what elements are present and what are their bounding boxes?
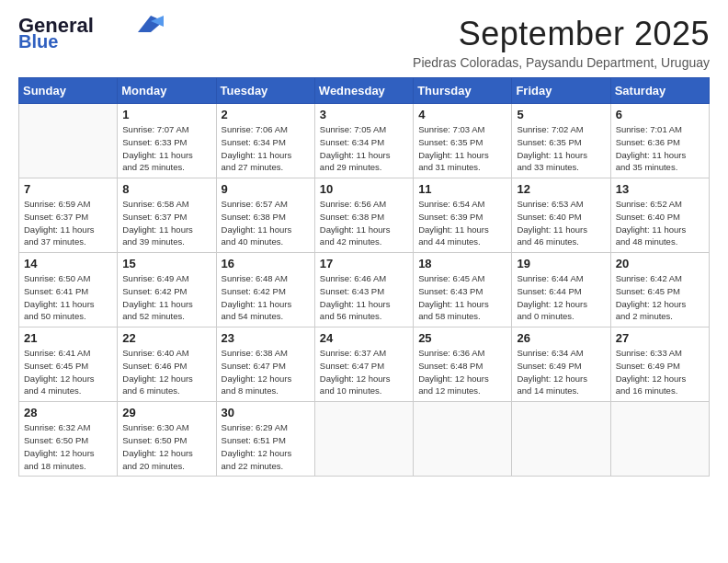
day-info: Sunrise: 6:57 AM Sunset: 6:38 PM Dayligh…: [222, 198, 310, 248]
day-info: Sunrise: 6:48 AM Sunset: 6:42 PM Dayligh…: [222, 272, 310, 323]
calendar-cell: 5Sunrise: 7:02 AM Sunset: 6:35 PM Daylig…: [512, 104, 610, 178]
day-info: Sunrise: 7:05 AM Sunset: 6:34 PM Dayligh…: [320, 123, 408, 174]
calendar-cell: 15Sunrise: 6:49 AM Sunset: 6:42 PM Dayli…: [118, 253, 216, 327]
calendar-cell: 18Sunrise: 6:45 AM Sunset: 6:43 PM Dayli…: [414, 253, 512, 327]
calendar-cell: 28Sunrise: 6:32 AM Sunset: 6:50 PM Dayli…: [19, 402, 118, 477]
day-number: 24: [320, 331, 408, 345]
day-number: 2: [222, 108, 310, 121]
calendar-cell: 13Sunrise: 6:52 AM Sunset: 6:40 PM Dayli…: [610, 178, 709, 253]
day-info: Sunrise: 7:02 AM Sunset: 6:35 PM Dayligh…: [517, 123, 605, 174]
calendar-cell: 6Sunrise: 7:01 AM Sunset: 6:36 PM Daylig…: [610, 104, 709, 178]
day-number: 13: [616, 182, 704, 196]
calendar-cell: 8Sunrise: 6:58 AM Sunset: 6:37 PM Daylig…: [118, 178, 216, 253]
day-info: Sunrise: 6:52 AM Sunset: 6:40 PM Dayligh…: [616, 198, 704, 248]
calendar-cell: 9Sunrise: 6:57 AM Sunset: 6:38 PM Daylig…: [216, 178, 314, 253]
day-info: Sunrise: 7:01 AM Sunset: 6:36 PM Dayligh…: [616, 123, 704, 174]
day-number: 29: [122, 406, 210, 419]
calendar-cell: [512, 402, 610, 477]
day-number: 5: [517, 108, 605, 121]
location-subtitle: Piedras Coloradas, Paysandu Department, …: [413, 55, 710, 70]
calendar-cell: 1Sunrise: 7:07 AM Sunset: 6:33 PM Daylig…: [118, 104, 216, 178]
calendar-cell: 21Sunrise: 6:41 AM Sunset: 6:45 PM Dayli…: [19, 327, 118, 402]
weekday-header: Saturday: [610, 78, 709, 104]
day-number: 11: [418, 182, 506, 196]
calendar-cell: 29Sunrise: 6:30 AM Sunset: 6:50 PM Dayli…: [118, 402, 216, 477]
calendar-week-row: 1Sunrise: 7:07 AM Sunset: 6:33 PM Daylig…: [19, 104, 710, 178]
day-info: Sunrise: 7:07 AM Sunset: 6:33 PM Dayligh…: [122, 123, 210, 174]
day-number: 28: [24, 406, 112, 419]
calendar-cell: [19, 104, 118, 178]
calendar-cell: 16Sunrise: 6:48 AM Sunset: 6:42 PM Dayli…: [216, 253, 314, 327]
day-number: 25: [418, 331, 506, 345]
day-number: 8: [122, 182, 210, 196]
calendar-week-row: 14Sunrise: 6:50 AM Sunset: 6:41 PM Dayli…: [19, 253, 710, 327]
calendar-cell: 14Sunrise: 6:50 AM Sunset: 6:41 PM Dayli…: [19, 253, 118, 327]
day-number: 4: [418, 108, 506, 121]
day-info: Sunrise: 6:34 AM Sunset: 6:49 PM Dayligh…: [517, 347, 605, 397]
day-info: Sunrise: 6:37 AM Sunset: 6:47 PM Dayligh…: [320, 347, 408, 397]
month-title: September 2025: [413, 15, 710, 53]
day-number: 30: [222, 406, 310, 419]
page-header: General Blue September 2025 Piedras Colo…: [18, 15, 710, 70]
day-number: 21: [24, 331, 112, 345]
calendar-cell: 10Sunrise: 6:56 AM Sunset: 6:38 PM Dayli…: [314, 178, 413, 253]
title-block: September 2025 Piedras Coloradas, Paysan…: [413, 15, 710, 70]
day-info: Sunrise: 6:45 AM Sunset: 6:43 PM Dayligh…: [418, 272, 506, 323]
day-number: 26: [517, 331, 605, 345]
day-number: 17: [320, 257, 408, 270]
calendar-cell: 22Sunrise: 6:40 AM Sunset: 6:46 PM Dayli…: [118, 327, 216, 402]
day-number: 3: [320, 108, 408, 121]
calendar-cell: 27Sunrise: 6:33 AM Sunset: 6:49 PM Dayli…: [610, 327, 709, 402]
calendar-cell: [314, 402, 413, 477]
logo: General Blue: [18, 15, 164, 52]
day-info: Sunrise: 6:30 AM Sunset: 6:50 PM Dayligh…: [122, 421, 210, 472]
calendar-cell: 24Sunrise: 6:37 AM Sunset: 6:47 PM Dayli…: [314, 327, 413, 402]
calendar-cell: 30Sunrise: 6:29 AM Sunset: 6:51 PM Dayli…: [216, 402, 314, 477]
calendar-cell: 19Sunrise: 6:44 AM Sunset: 6:44 PM Dayli…: [512, 253, 610, 327]
day-info: Sunrise: 6:46 AM Sunset: 6:43 PM Dayligh…: [320, 272, 408, 323]
day-number: 16: [222, 257, 310, 270]
weekday-header: Tuesday: [216, 78, 314, 104]
weekday-header: Monday: [118, 78, 216, 104]
day-info: Sunrise: 6:32 AM Sunset: 6:50 PM Dayligh…: [24, 421, 112, 472]
calendar-cell: 17Sunrise: 6:46 AM Sunset: 6:43 PM Dayli…: [314, 253, 413, 327]
day-number: 7: [24, 182, 112, 196]
calendar-cell: 20Sunrise: 6:42 AM Sunset: 6:45 PM Dayli…: [610, 253, 709, 327]
day-number: 10: [320, 182, 408, 196]
day-info: Sunrise: 6:53 AM Sunset: 6:40 PM Dayligh…: [517, 198, 605, 248]
day-info: Sunrise: 6:42 AM Sunset: 6:45 PM Dayligh…: [616, 272, 704, 323]
day-info: Sunrise: 6:44 AM Sunset: 6:44 PM Dayligh…: [517, 272, 605, 323]
calendar-cell: 23Sunrise: 6:38 AM Sunset: 6:47 PM Dayli…: [216, 327, 314, 402]
day-number: 12: [517, 182, 605, 196]
day-info: Sunrise: 6:58 AM Sunset: 6:37 PM Dayligh…: [122, 198, 210, 248]
day-number: 18: [418, 257, 506, 270]
calendar-cell: 25Sunrise: 6:36 AM Sunset: 6:48 PM Dayli…: [414, 327, 512, 402]
day-info: Sunrise: 6:33 AM Sunset: 6:49 PM Dayligh…: [616, 347, 704, 397]
calendar-cell: 2Sunrise: 7:06 AM Sunset: 6:34 PM Daylig…: [216, 104, 314, 178]
calendar-header-row: SundayMondayTuesdayWednesdayThursdayFrid…: [19, 78, 710, 104]
day-number: 1: [122, 108, 210, 121]
day-number: 20: [616, 257, 704, 270]
calendar-cell: [610, 402, 709, 477]
day-number: 22: [122, 331, 210, 345]
logo-icon: [138, 16, 164, 32]
weekday-header: Wednesday: [314, 78, 413, 104]
day-number: 23: [222, 331, 310, 345]
day-info: Sunrise: 6:54 AM Sunset: 6:39 PM Dayligh…: [418, 198, 506, 248]
day-info: Sunrise: 6:49 AM Sunset: 6:42 PM Dayligh…: [122, 272, 210, 323]
day-info: Sunrise: 6:56 AM Sunset: 6:38 PM Dayligh…: [320, 198, 408, 248]
calendar-cell: 3Sunrise: 7:05 AM Sunset: 6:34 PM Daylig…: [314, 104, 413, 178]
day-info: Sunrise: 6:29 AM Sunset: 6:51 PM Dayligh…: [222, 421, 310, 472]
day-number: 6: [616, 108, 704, 121]
calendar-cell: 4Sunrise: 7:03 AM Sunset: 6:35 PM Daylig…: [414, 104, 512, 178]
day-number: 9: [222, 182, 310, 196]
day-info: Sunrise: 6:36 AM Sunset: 6:48 PM Dayligh…: [418, 347, 506, 397]
calendar-cell: 12Sunrise: 6:53 AM Sunset: 6:40 PM Dayli…: [512, 178, 610, 253]
day-number: 27: [616, 331, 704, 345]
calendar-cell: 26Sunrise: 6:34 AM Sunset: 6:49 PM Dayli…: [512, 327, 610, 402]
day-info: Sunrise: 7:06 AM Sunset: 6:34 PM Dayligh…: [222, 123, 310, 174]
weekday-header: Friday: [512, 78, 610, 104]
day-number: 15: [122, 257, 210, 270]
day-info: Sunrise: 6:40 AM Sunset: 6:46 PM Dayligh…: [122, 347, 210, 397]
day-info: Sunrise: 6:38 AM Sunset: 6:47 PM Dayligh…: [222, 347, 310, 397]
